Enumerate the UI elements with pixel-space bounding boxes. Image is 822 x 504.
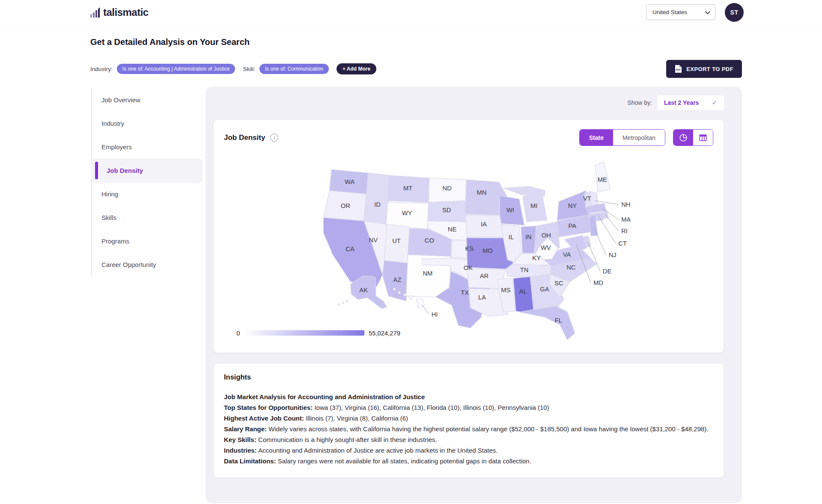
skill-filter-label: Skill: xyxy=(243,66,255,72)
state-label-wy: WY xyxy=(402,210,412,216)
state-label-nd: ND xyxy=(443,185,452,192)
state-label-nh: NH xyxy=(621,201,630,208)
state-label-nm: NM xyxy=(423,270,432,277)
state-label-ia: IA xyxy=(481,221,487,228)
sidebar-item-industry[interactable]: Industry xyxy=(92,112,206,135)
filter-row: Industry: Is one of: Accounting | Admini… xyxy=(90,60,742,78)
state-label-or: OR xyxy=(341,202,350,209)
avatar[interactable]: ST xyxy=(725,3,744,22)
analysis-panel: Show by: Last 2 Years ✓ Job Density i St… xyxy=(206,87,742,503)
state-label-pa: PA xyxy=(569,222,577,229)
state-label-ks: KS xyxy=(465,245,474,252)
state-label-ms: MS xyxy=(501,287,510,294)
insight-line-text: Iowa (37), Virginia (16), California (13… xyxy=(314,404,549,411)
us-choropleth-map[interactable]: WAORCANVIDMTWYUTCOAZNMNDSDNEKSOKTXMNIAMO… xyxy=(224,148,713,347)
industry-filter-chip[interactable]: Is one of: Accounting | Administration o… xyxy=(117,64,235,74)
sidebar-item-job-overview[interactable]: Job Overview xyxy=(92,88,206,112)
state-label-tx: TX xyxy=(461,289,469,296)
state-label-ct: CT xyxy=(618,240,627,247)
toggle-state-button[interactable]: State xyxy=(580,130,613,145)
state-label-fl: FL xyxy=(555,317,562,324)
insight-line-text: Illinois (7), Virginia (8), California (… xyxy=(306,415,408,422)
state-label-nv: NV xyxy=(369,237,378,243)
islet xyxy=(342,302,344,304)
card-title: Job Density xyxy=(224,133,265,142)
callout-line-nj xyxy=(594,228,606,255)
view-switcher xyxy=(673,129,713,146)
callout-line-nh xyxy=(595,201,619,205)
state-label-ok: OK xyxy=(464,264,473,271)
islet xyxy=(393,288,396,291)
check-icon: ✓ xyxy=(712,99,717,107)
state-label-mi: MI xyxy=(530,202,537,209)
insights-card: Insights Job Market Analysis for Account… xyxy=(213,363,724,478)
state-id[interactable] xyxy=(364,173,389,224)
insight-line-text: Accounting and Administration of Justice… xyxy=(258,447,497,454)
state-label-ar: AR xyxy=(480,273,489,279)
info-icon[interactable]: i xyxy=(270,133,278,142)
section-sidebar: Job OverviewIndustryEmployersJob Density… xyxy=(90,87,206,503)
sidebar-item-label: Career Opportunity xyxy=(101,261,156,268)
state-label-ny: NY xyxy=(568,202,577,209)
state-label-md: MD xyxy=(593,279,603,286)
state-label-ak: AK xyxy=(359,287,368,294)
chevron-down-icon xyxy=(705,9,711,15)
toggle-metropolitan-button[interactable]: Metropolitan xyxy=(613,130,665,145)
insight-line-label: Industries: xyxy=(224,447,257,454)
add-more-button[interactable]: + Add More xyxy=(337,63,376,74)
export-to-pdf-button[interactable]: PDF EXPORT TO PDF xyxy=(666,60,742,78)
region-select[interactable]: United States xyxy=(646,4,715,20)
state-label-al: AL xyxy=(519,288,527,295)
callout-line-ct xyxy=(599,218,616,243)
insight-line-label: Salary Range: xyxy=(224,425,267,433)
insight-line: Key Skills: Communication is a highly so… xyxy=(224,434,713,445)
insight-line-text: Widely varies across states, with Califo… xyxy=(268,425,708,433)
insight-line-label: Data Limitations: xyxy=(224,457,276,465)
state-label-va: VA xyxy=(563,251,571,258)
sidebar-item-label: Job Density xyxy=(107,167,143,174)
pie-chart-view-button[interactable] xyxy=(673,130,693,145)
sidebar-item-employers[interactable]: Employers xyxy=(92,135,206,159)
insights-subheading: Job Market Analysis for Accounting and A… xyxy=(224,391,713,402)
state-fl[interactable] xyxy=(519,306,575,340)
islet xyxy=(338,304,340,305)
page-title: Get a Detailed Analysis on Your Search xyxy=(90,37,742,47)
state-label-mn: MN xyxy=(477,189,487,196)
sidebar-item-hiring[interactable]: Hiring xyxy=(92,182,206,206)
export-button-label: EXPORT TO PDF xyxy=(686,66,733,72)
industry-filter-label: Industry: xyxy=(90,66,113,72)
insight-line: Highest Active Job Count: Illinois (7), … xyxy=(224,413,713,424)
state-label-ga: GA xyxy=(540,286,549,293)
sidebar-item-job-density[interactable]: Job Density xyxy=(91,159,202,182)
state-ak[interactable] xyxy=(351,276,387,309)
pdf-file-icon: PDF xyxy=(675,65,682,73)
pie-chart-icon xyxy=(679,133,688,142)
skill-filter-chip[interactable]: Is one of: Communication xyxy=(259,64,329,74)
talismatic-logo: talismatic xyxy=(90,7,149,18)
state-label-tn: TN xyxy=(520,267,529,273)
table-view-button[interactable] xyxy=(693,130,713,145)
sidebar-item-programs[interactable]: Programs xyxy=(92,229,206,253)
sidebar-item-career-opportunity[interactable]: Career Opportunity xyxy=(92,253,206,276)
islet xyxy=(404,294,406,296)
insight-line: Salary Range: Widely varies across state… xyxy=(224,424,713,434)
show-by-value: Last 2 Years xyxy=(664,99,699,106)
insight-line-text: Communication is a highly sought-after s… xyxy=(258,436,437,443)
state-label-me: ME xyxy=(598,176,607,183)
state-label-az: AZ xyxy=(393,276,402,283)
show-by-selector[interactable]: Last 2 Years ✓ xyxy=(657,95,724,110)
insight-line-text: Salary ranges were not available for all… xyxy=(278,457,531,465)
logo-text: talismatic xyxy=(103,7,149,18)
sidebar-item-label: Programs xyxy=(101,237,129,245)
insight-line-label: Key Skills: xyxy=(224,436,256,443)
sidebar-item-skills[interactable]: Skills xyxy=(92,206,206,229)
state-hi[interactable] xyxy=(416,299,425,308)
insight-line-label: Highest Active Job Count: xyxy=(224,415,304,422)
sidebar-item-label: Employers xyxy=(101,143,132,151)
state-label-wi: WI xyxy=(506,207,514,213)
islet xyxy=(346,300,348,302)
insights-lines: Top States for Opportunities: Iowa (37),… xyxy=(224,402,713,466)
insights-heading: Insights xyxy=(224,373,713,381)
table-icon xyxy=(698,133,708,142)
state-label-nj: NJ xyxy=(609,252,616,258)
